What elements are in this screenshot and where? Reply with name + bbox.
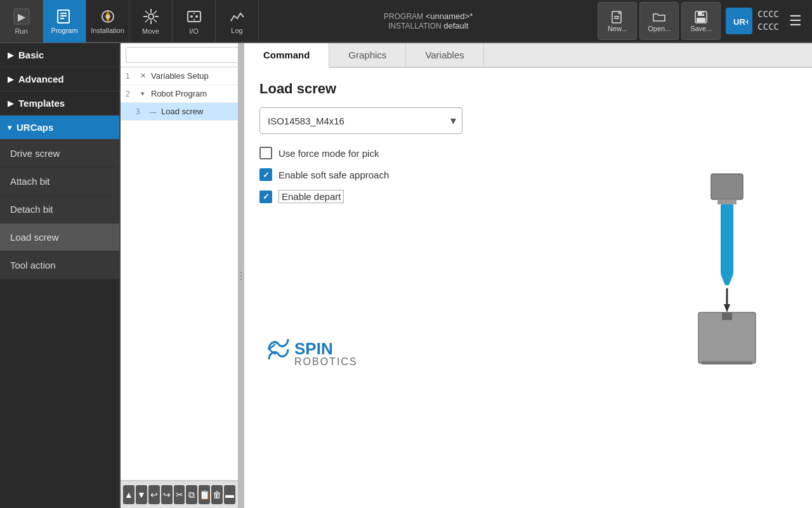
svg-text:SPIN: SPIN <box>294 339 333 358</box>
expand-icon: ▾ <box>137 90 148 98</box>
program-prefix: PROGRAM <box>384 12 423 21</box>
sidebar: ▶ Basic ▶ Advanced ▶ Templates ▾ URCaps … <box>0 43 121 508</box>
cut-button[interactable]: ✂ <box>174 485 185 504</box>
svg-point-13 <box>195 15 198 18</box>
tab-graphics[interactable]: Graphics <box>329 43 406 67</box>
save-button[interactable]: Save... <box>681 2 721 40</box>
installation-name: default <box>443 21 468 30</box>
move-label: Move <box>142 27 159 35</box>
search-input[interactable] <box>126 47 241 63</box>
svg-point-22 <box>702 13 704 15</box>
svg-text:!: ! <box>107 10 108 15</box>
io-label: I/O <box>189 27 199 35</box>
spin-robotics-logo: SPIN ROBOTICS <box>259 330 424 368</box>
panel-content: Load screw ISO14583_M4x16 ISO14583_M3x10… <box>244 68 812 508</box>
redo-button[interactable]: ↪ <box>161 485 173 504</box>
move-down-button[interactable]: ▼ <box>136 485 147 504</box>
program-button[interactable]: Program <box>43 0 86 43</box>
right-panel: Command Graphics Variables Load screw IS… <box>244 43 812 508</box>
svg-marker-29 <box>721 274 733 285</box>
menu-button[interactable]: ☰ <box>784 10 807 32</box>
checkbox-force-row[interactable]: Use force mode for pick <box>259 147 645 159</box>
move-button[interactable]: Move <box>129 0 173 43</box>
splitter-vertical[interactable] <box>238 43 244 508</box>
screw-type-select[interactable]: ISO14583_M4x16 ISO14583_M3x10 ISO14583_M… <box>259 107 462 134</box>
io-button[interactable]: I/O <box>173 0 216 43</box>
tab-command[interactable]: Command <box>244 43 329 68</box>
toolbar: ▶ Run Program ! Installation Move <box>0 0 812 43</box>
checkbox-depart[interactable] <box>259 190 272 203</box>
installation-button[interactable]: ! Installation <box>86 0 129 43</box>
chevron-right-icon: ▶ <box>8 51 13 60</box>
main-area: ▶ Basic ▶ Advanced ▶ Templates ▾ URCaps … <box>0 43 812 508</box>
tab-variables[interactable]: Variables <box>406 43 483 67</box>
installation-prefix: INSTALLATION <box>388 22 442 30</box>
open-button[interactable]: Open... <box>639 2 679 40</box>
svg-rect-26 <box>711 174 743 199</box>
svg-rect-34 <box>702 361 752 364</box>
paste-button[interactable]: 📋 <box>199 485 210 504</box>
program-tree: 🔍 1 ✕ Variables Setup 2 ▾ Robot Program … <box>121 43 238 508</box>
chevron-right-icon: ▶ <box>8 99 13 108</box>
screw-type-wrapper: ISO14583_M4x16 ISO14583_M3x10 ISO14583_M… <box>259 107 462 134</box>
sidebar-section-templates[interactable]: ▶ Templates <box>0 91 119 116</box>
sidebar-item-load-screw[interactable]: Load screw <box>0 224 119 251</box>
dash-icon: — <box>147 108 159 116</box>
chevron-right-icon: ▶ <box>8 75 13 84</box>
svg-text:UR+: UR+ <box>733 17 748 27</box>
svg-rect-21 <box>697 18 705 22</box>
sidebar-item-detach-bit[interactable]: Detach bit <box>0 196 119 224</box>
new-label: New... <box>608 25 627 32</box>
copy-button[interactable]: ⧉ <box>186 485 197 504</box>
svg-rect-27 <box>717 199 737 204</box>
tab-bar: Command Graphics Variables <box>244 43 812 68</box>
sidebar-section-advanced[interactable]: ▶ Advanced <box>0 67 119 91</box>
checkbox-soft[interactable] <box>259 168 272 181</box>
tree-item-load-screw[interactable]: 3 — Load screw <box>121 103 238 121</box>
checkbox-group: Use force mode for pick Enable soft safe… <box>259 147 645 203</box>
move-up-button[interactable]: ▲ <box>123 485 134 504</box>
sidebar-section-urcaps[interactable]: ▾ URCaps <box>0 116 119 140</box>
sidebar-item-tool-action[interactable]: Tool action <box>0 251 119 279</box>
screw-illustration <box>679 168 775 409</box>
sidebar-section-basic[interactable]: ▶ Basic <box>0 43 119 67</box>
svg-point-10 <box>148 14 154 19</box>
svg-text:ROBOTICS: ROBOTICS <box>294 356 358 367</box>
svg-rect-28 <box>721 204 733 274</box>
page-title: Load screw <box>259 81 645 97</box>
sidebar-item-attach-bit[interactable]: Attach bit <box>0 168 119 196</box>
tree-item-robot-program[interactable]: 2 ▾ Robot Program <box>121 85 238 103</box>
new-button[interactable]: New... <box>598 2 637 40</box>
search-bar: 🔍 <box>121 43 238 67</box>
undo-button[interactable]: ↩ <box>148 485 160 504</box>
svg-marker-31 <box>724 304 730 312</box>
program-name: <unnamed>* <box>426 11 473 21</box>
ur-plus-button[interactable]: UR+ <box>726 8 752 34</box>
run-button[interactable]: ▶ Run <box>0 0 43 43</box>
panel-right <box>657 81 797 495</box>
x-icon: ✕ <box>137 72 148 80</box>
checkbox-soft-row[interactable]: Enable soft safe approach <box>259 168 645 181</box>
tree-toolbar: ▲ ▼ ↩ ↪ ✂ ⧉ 📋 🗑 ▬ <box>121 481 238 508</box>
open-label: Open... <box>648 25 671 32</box>
chevron-down-icon: ▾ <box>8 123 11 132</box>
program-label: Program <box>51 27 77 34</box>
panel-left: Load screw ISO14583_M4x16 ISO14583_M3x10… <box>259 81 645 495</box>
sidebar-item-drive-screw[interactable]: Drive screw <box>0 140 119 168</box>
svg-rect-33 <box>722 312 732 320</box>
delete-button[interactable]: 🗑 <box>211 485 223 504</box>
tree-item-variables-setup[interactable]: 1 ✕ Variables Setup <box>121 67 238 85</box>
svg-text:▶: ▶ <box>18 11 26 22</box>
toolbar-right: UR+ CCCC CCCC ☰ <box>726 8 812 34</box>
log-button[interactable]: Log <box>216 0 259 43</box>
tree-area: 1 ✕ Variables Setup 2 ▾ Robot Program 3 … <box>121 67 238 481</box>
checkbox-force-label: Use force mode for pick <box>278 148 379 159</box>
save-label: Save... <box>690 25 712 32</box>
log-label: Log <box>231 27 242 34</box>
screw-type-row: ISO14583_M4x16 ISO14583_M3x10 ISO14583_M… <box>259 107 645 134</box>
installation-label: Installation <box>91 27 124 34</box>
checkbox-depart-row[interactable]: Enable depart <box>259 190 645 203</box>
more-button[interactable]: ▬ <box>224 485 235 504</box>
checkbox-force[interactable] <box>259 147 272 159</box>
file-actions: New... Open... Save... <box>598 2 721 40</box>
